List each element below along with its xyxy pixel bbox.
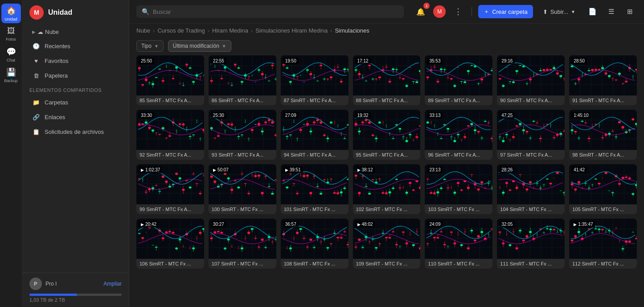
- svg-rect-1125: [303, 238, 305, 238]
- video-card-92[interactable]: 33:3092 SimRT - MTC Fx A...: [136, 110, 204, 160]
- file-request-icon: 📋: [32, 128, 40, 136]
- sidebar-item-recientes[interactable]: 🕐 Recientes: [25, 39, 126, 53]
- svg-rect-137: [336, 67, 339, 67]
- svg-rect-879: [437, 191, 439, 193]
- grid-container[interactable]: 25:5085 SimRT - MTC Fx A...22:5586 SimRT…: [129, 55, 644, 307]
- svg-rect-939: [529, 181, 532, 183]
- user-avatar-button[interactable]: M: [432, 4, 447, 19]
- svg-rect-749: [244, 183, 247, 184]
- video-card-87[interactable]: 19:5087 SimRT - MTC Fx A...: [281, 55, 349, 105]
- notifications-button[interactable]: 🔔: [414, 4, 428, 19]
- video-card-86[interactable]: 22:5586 SimRT - MTC Fx A...: [209, 55, 276, 105]
- svg-rect-465: [323, 135, 326, 136]
- video-card-112[interactable]: ▶ 1:35:47112 SimRT - MTC Fx ...: [569, 219, 637, 269]
- svg-rect-87: [261, 73, 264, 75]
- video-card-104[interactable]: 28:26104 SimRT - MTC Fx ...: [497, 164, 565, 214]
- video-card-111[interactable]: 32:05111 SimRT - MTC Fx ...: [497, 219, 565, 269]
- tipo-filter-button[interactable]: Tipo ▼: [136, 40, 164, 52]
- sidebar-item-favoritos[interactable]: ♥ Favoritos: [25, 54, 126, 68]
- search-box[interactable]: 🔍: [136, 5, 404, 18]
- video-label: 89 SimRT - MTC Fx A...: [425, 95, 492, 105]
- view-file-icon-button[interactable]: 📄: [585, 4, 599, 19]
- strip-item-backup[interactable]: 💾 Backup: [1, 65, 21, 85]
- video-card-90[interactable]: 29:1690 SimRT - MTC Fx A...: [497, 55, 565, 105]
- video-card-97[interactable]: 47:2597 SimRT - MTC Fx A...: [497, 110, 565, 160]
- video-label: 98 SimRT - MTC Fx A...: [569, 150, 637, 160]
- footer-ampliar-button[interactable]: Ampliar: [103, 281, 122, 287]
- video-card-107[interactable]: 30:27107 SimRT - MTC Fx ...: [209, 219, 276, 269]
- breadcrumb-item-4[interactable]: Simulaciones: [335, 27, 369, 34]
- svg-rect-745: [237, 187, 240, 188]
- breadcrumb-item-2[interactable]: Hiram Medina: [212, 27, 248, 34]
- svg-rect-597: [519, 123, 522, 125]
- video-duration: 33:13: [427, 112, 443, 119]
- svg-rect-729: [210, 176, 213, 178]
- heart-icon: ♥: [32, 57, 40, 65]
- svg-rect-599: [522, 129, 525, 131]
- strip-item-fotos[interactable]: 🖼 Fotos: [1, 24, 21, 44]
- svg-rect-1101: [271, 242, 274, 242]
- svg-rect-397: [217, 135, 220, 137]
- video-card-100[interactable]: ▶ 50:07100 SimRT - MTC Fx ...: [209, 164, 276, 214]
- breadcrumb-item-3[interactable]: Simulaciones Hiram Medina: [255, 27, 328, 34]
- video-card-93[interactable]: 25:3093 SimRT - MTC Fx A...: [209, 110, 276, 160]
- svg-rect-515: [398, 128, 401, 129]
- svg-rect-249: [499, 78, 501, 79]
- video-card-85[interactable]: 25:5085 SimRT - MTC Fx A...: [136, 55, 204, 105]
- svg-rect-927: [509, 190, 512, 191]
- breadcrumb-item-0[interactable]: Nube: [136, 27, 150, 34]
- svg-rect-1285: [546, 228, 549, 229]
- upload-button[interactable]: ⬆ Subir... ▼: [537, 6, 581, 18]
- search-input[interactable]: [153, 8, 398, 15]
- strip-item-chat[interactable]: 💬 Chat: [1, 45, 21, 64]
- video-card-98[interactable]: 1:45:1098 SimRT - MTC Fx A...: [569, 110, 637, 160]
- svg-rect-109: [289, 81, 292, 83]
- video-card-106[interactable]: ▶ 20:42106 SimRT - MTC Fx ...: [136, 219, 204, 269]
- video-card-110[interactable]: 24:09110 SimRT - MTC Fx ...: [425, 219, 492, 269]
- video-card-88[interactable]: 17:1288 SimRT - MTC Fx A...: [353, 55, 421, 105]
- sidebar-item-nube[interactable]: ▶ ☁ Nube: [25, 25, 126, 38]
- breadcrumb-item-1[interactable]: Cursos de Trading: [157, 27, 205, 34]
- video-card-105[interactable]: 41:42105 SimRT - MTC Fx ...: [569, 164, 637, 214]
- svg-rect-761: [264, 176, 267, 176]
- svg-rect-459: [313, 122, 316, 123]
- view-list-button[interactable]: ☰: [604, 4, 618, 19]
- sidebar-item-enlaces[interactable]: 🔗 Enlaces: [25, 110, 126, 124]
- sidebar-item-solicitudes[interactable]: 📋 Solicitudes de archivos: [25, 124, 126, 139]
- video-card-109[interactable]: ▶ 48:02109 SimRT - MTC Fx ...: [353, 219, 421, 269]
- svg-rect-9: [138, 67, 141, 69]
- video-card-95[interactable]: 19:3295 SimRT - MTC Fx A...: [353, 110, 421, 160]
- play-icon: ▶: [574, 222, 577, 227]
- svg-rect-141: [343, 68, 346, 70]
- svg-rect-1087: [247, 232, 250, 234]
- svg-rect-715: [196, 183, 198, 184]
- svg-rect-1069: [217, 231, 220, 232]
- video-card-91[interactable]: 28:5091 SimRT - MTC Fx A...: [569, 55, 637, 105]
- plus-icon: ＋: [484, 8, 489, 16]
- strip-item-unidad[interactable]: 🏠 Unidad: [1, 4, 21, 23]
- video-card-96[interactable]: 33:1396 SimRT - MTC Fx A...: [425, 110, 492, 160]
- svg-rect-1031: [162, 237, 164, 239]
- ultima-mod-filter-button[interactable]: Última modificación ▼: [168, 40, 231, 52]
- svg-rect-1191: [405, 243, 408, 245]
- svg-rect-315: [601, 67, 604, 69]
- svg-rect-641: [584, 123, 587, 123]
- video-card-103[interactable]: 23:13103 SimRT - MTC Fx ...: [425, 164, 492, 214]
- menu-dots-button[interactable]: ⋮: [451, 4, 465, 19]
- video-card-94[interactable]: 27:0994 SimRT - MTC Fx A...: [281, 110, 349, 160]
- svg-rect-1325: [605, 232, 607, 232]
- svg-rect-73: [237, 67, 240, 68]
- create-folder-button[interactable]: ＋ Crear carpeta: [478, 5, 533, 18]
- video-card-102[interactable]: ▶ 38:12102 SimRT - MTC Fx ...: [353, 164, 421, 214]
- video-card-89[interactable]: 35:5389 SimRT - MTC Fx A...: [425, 55, 492, 105]
- sidebar-item-papelera[interactable]: 🗑 Papelera: [25, 68, 126, 83]
- video-card-101[interactable]: ▶ 39:51101 SimRT - MTC Fx ...: [281, 164, 349, 214]
- video-card-108[interactable]: 36:57108 SimRT - MTC Fx ...: [281, 219, 349, 269]
- svg-rect-239: [491, 70, 492, 71]
- svg-rect-257: [512, 82, 515, 83]
- sidebar-item-carpetas[interactable]: 📁 Carpetas: [25, 95, 126, 109]
- video-card-99[interactable]: ▶ 1:02:3799 SimRT - MTC Fx A...: [136, 164, 204, 214]
- svg-rect-1217: [440, 232, 443, 232]
- view-grid-button[interactable]: ⊞: [623, 4, 637, 19]
- video-duration: 24:09: [427, 221, 443, 228]
